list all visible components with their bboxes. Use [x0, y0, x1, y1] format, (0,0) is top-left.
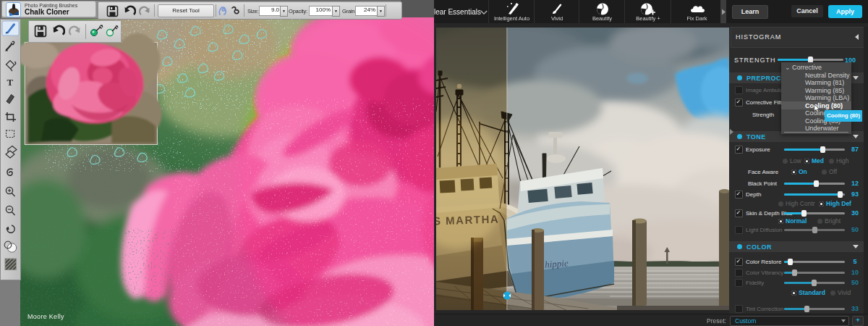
svg-text:hippie: hippie	[545, 257, 569, 269]
svg-text:T: T	[7, 77, 14, 88]
